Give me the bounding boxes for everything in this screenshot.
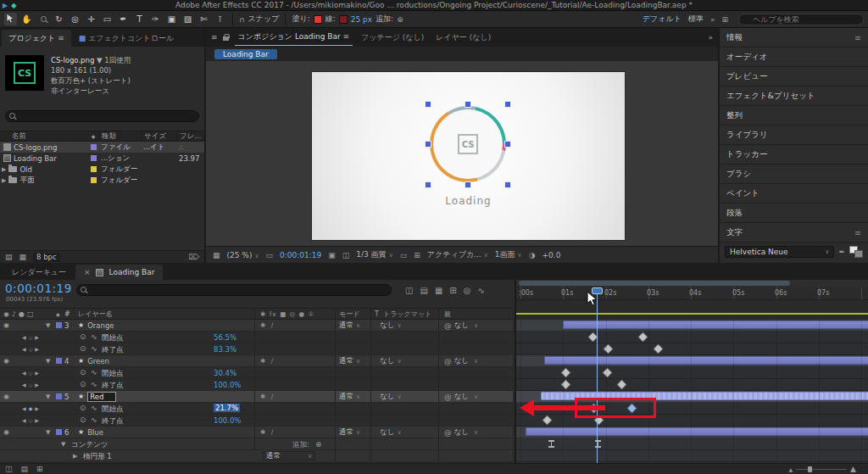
- selection-handle[interactable]: [426, 142, 431, 147]
- resolution-select[interactable]: 1/3 画質∨: [356, 249, 392, 260]
- add-keyframe-icon[interactable]: ◇: [29, 370, 33, 376]
- tab-overflow-icon[interactable]: »: [708, 33, 713, 42]
- panel-paint[interactable]: ペイント: [720, 184, 868, 204]
- column-framerate[interactable]: フレ...: [176, 131, 204, 142]
- snap-label[interactable]: スナップ: [248, 14, 280, 25]
- graph-toggle-icon[interactable]: ∿: [91, 344, 97, 353]
- keyframe[interactable]: [562, 381, 570, 389]
- motion-blur-icon[interactable]: ◎: [464, 286, 471, 295]
- eye-icon[interactable]: ◉: [3, 321, 9, 329]
- keyframe[interactable]: [618, 381, 626, 389]
- label-color-chip[interactable]: [56, 429, 62, 435]
- label-color-chip[interactable]: [56, 358, 62, 364]
- property-row[interactable]: ◀◇▶ ⊙ ∿ 開始点 30.4%: [0, 367, 513, 379]
- label-color-chip[interactable]: [91, 177, 97, 183]
- stopwatch-icon[interactable]: ⊙: [80, 380, 86, 388]
- exposure-value[interactable]: +0.0: [542, 251, 561, 259]
- blend-mode-select[interactable]: 通常∨: [335, 391, 370, 402]
- project-item-row[interactable]: CS-logo.png ファイル ...イト ∴: [0, 142, 204, 153]
- fill-stroke-swatches[interactable]: [849, 246, 863, 258]
- mode-column[interactable]: モード: [335, 309, 370, 319]
- comp-viewer-tab[interactable]: Loading Bar: [214, 49, 277, 59]
- draft-3d-icon[interactable]: ▤: [420, 286, 427, 295]
- selection-handle[interactable]: [505, 102, 510, 107]
- graph-toggle-icon[interactable]: ∿: [91, 332, 97, 341]
- layer-name-column[interactable]: レイヤー名: [78, 309, 254, 319]
- close-icon[interactable]: ×: [84, 265, 91, 280]
- grid-guides-icon[interactable]: ⊞: [414, 251, 420, 259]
- panel-align[interactable]: 整列: [720, 106, 868, 125]
- eraser-tool[interactable]: ▨: [181, 13, 194, 25]
- pickwhip-icon[interactable]: @: [444, 357, 452, 365]
- blend-mode-select[interactable]: 通常∨: [335, 320, 370, 331]
- lock-column-icon[interactable]: □: [27, 310, 34, 318]
- property-row[interactable]: ◀◇▶ ⊙ ∿ 開始点 56.5%: [0, 332, 513, 343]
- stopwatch-icon[interactable]: ⊙: [80, 415, 86, 424]
- track-matte-select[interactable]: なし∨: [370, 391, 438, 402]
- twirl-icon[interactable]: ▼: [46, 393, 56, 400]
- property-value[interactable]: 100.0%: [214, 381, 241, 389]
- footage-usage[interactable]: ▼ 1回使用: [97, 56, 131, 64]
- twirl-icon[interactable]: ▶: [2, 177, 6, 184]
- panel-effects-presets[interactable]: エフェクト&プリセット: [720, 86, 868, 106]
- property-row[interactable]: ◀◇▶ ⊙ ∿ 終了点 100.0%: [0, 379, 513, 391]
- new-folder-icon[interactable]: ▤: [5, 253, 13, 261]
- layer-switches[interactable]: ✱ /: [254, 427, 335, 438]
- exposure-icon[interactable]: ◑: [529, 251, 536, 259]
- keyframe[interactable]: [604, 369, 612, 377]
- stopwatch-icon[interactable]: ⊙: [80, 404, 86, 412]
- selection-tool[interactable]: [4, 13, 17, 25]
- next-keyframe-icon[interactable]: ▶: [35, 417, 39, 423]
- fill-color-swatch[interactable]: [314, 15, 322, 24]
- twirl-icon[interactable]: ▼: [46, 429, 56, 436]
- property-value[interactable]: 56.5%: [214, 333, 236, 342]
- switches-column[interactable]: ✱ fx ■ ◎ ● ①: [254, 309, 335, 319]
- next-keyframe-icon[interactable]: ▶: [35, 346, 39, 352]
- camera-tool[interactable]: ◎: [69, 13, 81, 25]
- next-keyframe-icon[interactable]: ▶: [35, 370, 39, 376]
- layer-name[interactable]: Blue: [87, 428, 103, 437]
- prev-keyframe-icon[interactable]: ◀: [22, 370, 26, 376]
- layer-row-orange[interactable]: ◉ ▼ 3 ★Orange ✱ / 通常∨ なし∨ @なし∨: [0, 320, 513, 332]
- twirl-icon[interactable]: ▼: [61, 441, 65, 448]
- layer-switches[interactable]: ✱ /: [254, 355, 335, 366]
- column-label-color[interactable]: ◆: [88, 133, 98, 139]
- current-timecode[interactable]: 0:00:01:19: [5, 282, 72, 295]
- eyedropper-icon[interactable]: ✒: [838, 248, 845, 256]
- graph-toggle-icon[interactable]: ∿: [91, 380, 97, 388]
- layer-row-blue[interactable]: ◉ ▼ 6 ★Blue ✱ / 通常∨ なし∨ @なし∨: [0, 427, 513, 438]
- brush-tool[interactable]: ✑: [149, 13, 162, 25]
- track-blue[interactable]: [516, 427, 868, 438]
- shape-row-ellipse[interactable]: ▶ 楕円形 1 通常∨: [0, 450, 513, 462]
- zoom-out-mountain-icon[interactable]: ▲: [788, 466, 793, 472]
- current-time-indicator[interactable]: [597, 287, 598, 463]
- property-name[interactable]: 終了点: [102, 381, 124, 391]
- parent-select[interactable]: @なし∨: [438, 320, 513, 331]
- puppet-pin-tool[interactable]: ⊺: [214, 13, 226, 25]
- twirl-icon[interactable]: ▼: [46, 358, 56, 365]
- layer-row-red[interactable]: ◉ ▼ 5 ★Red ✱ / 通常∨ なし∨ @なし∨: [0, 391, 513, 403]
- label-color-chip[interactable]: [91, 155, 97, 161]
- property-name[interactable]: 開始点: [102, 369, 124, 379]
- selection-handle[interactable]: [505, 182, 510, 187]
- graph-toggle-icon[interactable]: ∿: [91, 404, 97, 412]
- delete-icon[interactable]: ⌦: [188, 253, 199, 261]
- shape-blend-mode-select[interactable]: 通常∨: [263, 451, 315, 460]
- column-size[interactable]: サイズ: [141, 131, 176, 142]
- graph-editor-icon[interactable]: ∿: [477, 286, 484, 295]
- tab-menu-icon[interactable]: ≡: [343, 32, 350, 41]
- shy-layers-icon[interactable]: ▦: [435, 286, 442, 295]
- add-keyframe-icon[interactable]: ◇: [29, 417, 33, 423]
- property-value[interactable]: 30.4%: [214, 369, 236, 377]
- transparency-grid-icon[interactable]: ▦: [213, 251, 220, 259]
- tab-layer[interactable]: レイヤー (なし): [432, 30, 494, 46]
- track-green-end[interactable]: [516, 379, 868, 391]
- project-item-row[interactable]: ▶Old フォルダー: [0, 164, 204, 175]
- keyframe[interactable]: [589, 333, 598, 342]
- zoom-in-mountain-icon[interactable]: ▲: [850, 465, 856, 473]
- panel-tracker[interactable]: トラッカー: [720, 145, 868, 165]
- property-value[interactable]: 21.7%: [214, 404, 240, 412]
- composition-canvas[interactable]: CS Loading: [312, 72, 625, 240]
- label-color-chip[interactable]: [56, 393, 62, 399]
- selection-handle[interactable]: [465, 102, 470, 107]
